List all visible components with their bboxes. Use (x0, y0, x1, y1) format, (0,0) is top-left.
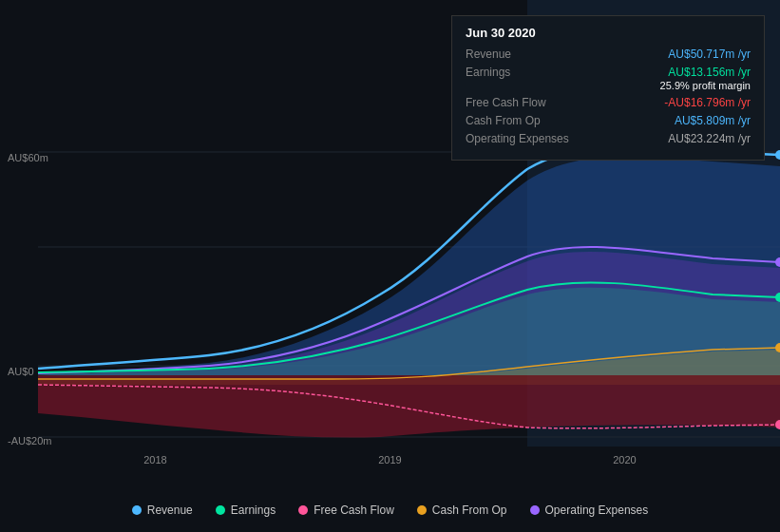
y-label-top: AU$60m (8, 152, 48, 163)
legend-dot-cashop (417, 505, 427, 515)
tooltip-label-revenue: Revenue (466, 48, 589, 61)
x-label-2019: 2019 (378, 454, 401, 466)
tooltip-row-earnings: Earnings AU$13.156m /yr 25.9% profit mar… (466, 66, 751, 91)
legend-label-revenue: Revenue (147, 504, 193, 517)
tooltip-label-cashop: Cash From Op (466, 114, 589, 127)
legend-dot-opex (530, 505, 540, 515)
tooltip-label-opex: Operating Expenses (466, 132, 589, 145)
tooltip-value-earnings: AU$13.156m /yr (660, 66, 751, 79)
legend-revenue[interactable]: Revenue (132, 504, 193, 517)
legend-dot-revenue (132, 505, 142, 515)
y-label-neg: -AU$20m (8, 435, 51, 446)
legend-dot-fcf (298, 505, 308, 515)
tooltip-title: Jun 30 2020 (466, 26, 751, 40)
legend-dot-earnings (216, 505, 225, 515)
legend-fcf[interactable]: Free Cash Flow (298, 504, 394, 517)
x-axis-labels: 2018 2019 2020 (0, 454, 780, 466)
chart-legend: Revenue Earnings Free Cash Flow Cash Fro… (0, 504, 780, 517)
tooltip-value-opex: AU$23.224m /yr (668, 132, 751, 145)
tooltip-value-cashop: AU$5.809m /yr (675, 114, 751, 127)
legend-cashop[interactable]: Cash From Op (417, 504, 507, 517)
data-tooltip: Jun 30 2020 Revenue AU$50.717m /yr Earni… (451, 15, 765, 161)
legend-earnings[interactable]: Earnings (216, 504, 276, 517)
tooltip-row-cashop: Cash From Op AU$5.809m /yr (466, 114, 751, 127)
tooltip-value-revenue: AU$50.717m /yr (668, 48, 751, 61)
tooltip-value-fcf: -AU$16.796m /yr (664, 96, 751, 109)
tooltip-row-fcf: Free Cash Flow -AU$16.796m /yr (466, 96, 751, 109)
legend-opex[interactable]: Operating Expenses (530, 504, 649, 517)
x-label-2018: 2018 (143, 454, 166, 466)
tooltip-profit-margin: 25.9% profit margin (660, 80, 751, 91)
legend-label-cashop: Cash From Op (432, 504, 507, 517)
tooltip-label-earnings: Earnings (466, 66, 589, 79)
tooltip-label-fcf: Free Cash Flow (466, 96, 589, 109)
x-label-2020: 2020 (613, 454, 636, 466)
legend-label-fcf: Free Cash Flow (314, 504, 394, 517)
legend-label-opex: Operating Expenses (545, 504, 649, 517)
y-label-zero: AU$0 (8, 366, 34, 377)
legend-label-earnings: Earnings (231, 504, 276, 517)
tooltip-row-opex: Operating Expenses AU$23.224m /yr (466, 132, 751, 145)
tooltip-row-revenue: Revenue AU$50.717m /yr (466, 48, 751, 61)
